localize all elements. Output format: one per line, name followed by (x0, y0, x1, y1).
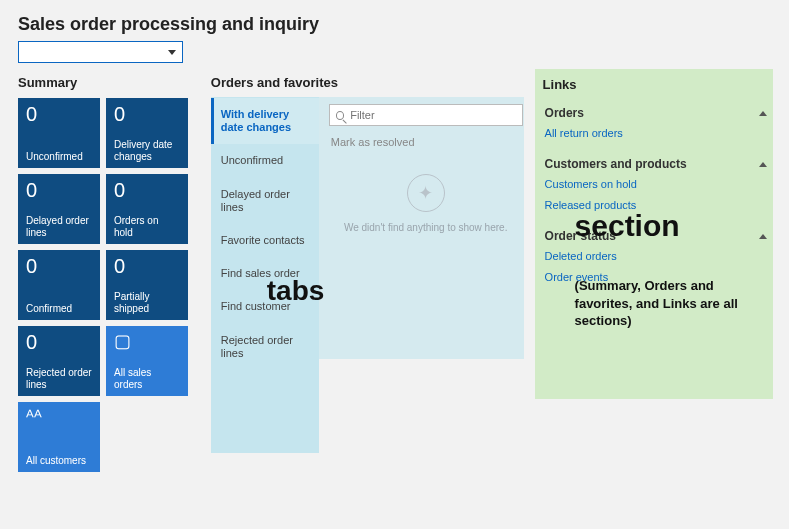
tile-delivery-date-changes[interactable]: 0 Delivery date changes (106, 98, 188, 168)
top-dropdown[interactable] (18, 41, 183, 63)
tile-count: 0 (26, 180, 92, 200)
chevron-up-icon (759, 111, 767, 116)
tab-with-delivery-date-changes[interactable]: With delivery date changes (211, 98, 319, 144)
tile-label: Partially shipped (114, 291, 180, 314)
orders-header: Orders and favorites (211, 75, 529, 90)
orders-vertical-tabs: With delivery date changes Unconfirmed D… (211, 98, 319, 370)
tile-all-sales-orders[interactable]: ▢ All sales orders (106, 326, 188, 396)
link-group-order-status[interactable]: Order status (543, 223, 771, 247)
summary-tiles: 0 Unconfirmed 0 Delivery date changes 0 … (18, 98, 197, 472)
tile-unconfirmed[interactable]: 0 Unconfirmed (18, 98, 100, 168)
link-customers-on-hold[interactable]: Customers on hold (543, 175, 771, 196)
tile-label: Confirmed (26, 303, 92, 315)
chevron-up-icon (759, 162, 767, 167)
tile-count: 0 (26, 256, 92, 276)
tab-find-customer[interactable]: Find customer (211, 290, 319, 323)
tile-rejected-order-lines[interactable]: 0 Rejected order lines (18, 326, 100, 396)
tile-label: Delivery date changes (114, 139, 180, 162)
link-all-return-orders[interactable]: All return orders (543, 124, 771, 145)
tile-label: Orders on hold (114, 215, 180, 238)
filter-input[interactable] (350, 109, 515, 121)
tile-count: 0 (26, 332, 92, 352)
search-icon (336, 111, 344, 120)
tab-rejected-order-lines[interactable]: Rejected order lines (211, 324, 319, 370)
tile-count: 0 (114, 104, 180, 124)
tab-find-sales-order[interactable]: Find sales order (211, 257, 319, 290)
tile-label: All sales orders (114, 367, 180, 390)
page-title: Sales order processing and inquiry (18, 14, 771, 35)
summary-header: Summary (18, 75, 197, 90)
sales-orders-icon: ▢ (114, 332, 180, 350)
tile-partially-shipped[interactable]: 0 Partially shipped (106, 250, 188, 320)
links-header: Links (543, 77, 771, 92)
tab-delayed-order-lines[interactable]: Delayed order lines (211, 178, 319, 224)
tab-unconfirmed[interactable]: Unconfirmed (211, 144, 319, 177)
tile-delayed-order-lines[interactable]: 0 Delayed order lines (18, 174, 100, 244)
link-group-title: Orders (545, 106, 584, 120)
empty-state-icon: ✦ (407, 174, 445, 212)
link-group-title: Customers and products (545, 157, 687, 171)
link-group-orders[interactable]: Orders (543, 100, 771, 124)
customers-icon: ᴬᴬ (26, 408, 92, 426)
tile-confirmed[interactable]: 0 Confirmed (18, 250, 100, 320)
chevron-up-icon (759, 234, 767, 239)
tab-favorite-contacts[interactable]: Favorite contacts (211, 224, 319, 257)
link-released-products[interactable]: Released products (543, 196, 771, 217)
tile-label: Unconfirmed (26, 151, 92, 163)
empty-state-text: We didn't find anything to show here. (329, 222, 523, 233)
tile-count: 0 (26, 104, 92, 124)
tile-count: 0 (114, 180, 180, 200)
tile-orders-on-hold[interactable]: 0 Orders on hold (106, 174, 188, 244)
tile-label: Rejected order lines (26, 367, 92, 390)
link-group-customers-products[interactable]: Customers and products (543, 151, 771, 175)
tile-label: All customers (26, 455, 92, 467)
link-order-events[interactable]: Order events (543, 268, 771, 289)
tile-count: 0 (114, 256, 180, 276)
filter-input-wrap[interactable] (329, 104, 523, 126)
empty-state: ✦ We didn't find anything to show here. (329, 162, 523, 233)
tile-label: Delayed order lines (26, 215, 92, 238)
tile-all-customers[interactable]: ᴬᴬ All customers (18, 402, 100, 472)
link-deleted-orders[interactable]: Deleted orders (543, 247, 771, 268)
link-group-title: Order status (545, 229, 616, 243)
mark-as-resolved-button[interactable]: Mark as resolved (329, 132, 523, 162)
